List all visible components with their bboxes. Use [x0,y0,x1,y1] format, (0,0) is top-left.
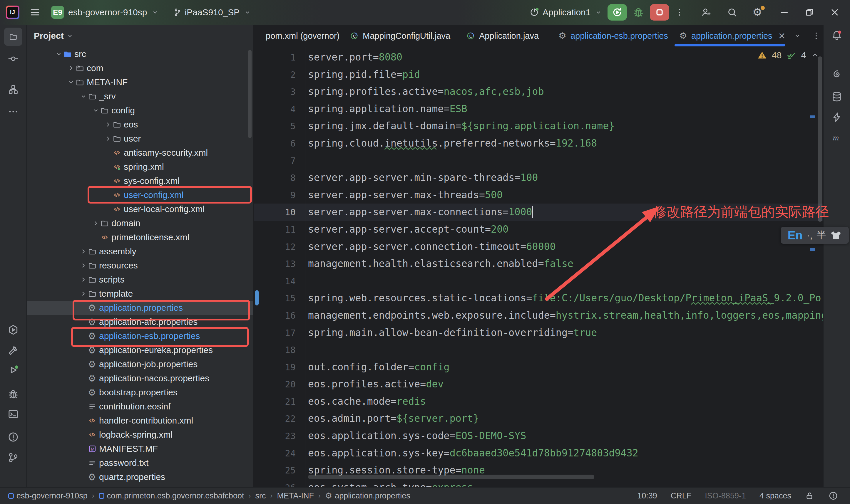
tree-item-assembly[interactable]: assembly [27,245,253,258]
tree-item-quartz-properties[interactable]: ⚙quartz.properties [27,470,253,484]
plugin-icon[interactable] [828,108,846,126]
tree-item-primetonlicense-xml[interactable]: primetonlicense.xml [27,230,253,245]
project-selector[interactable]: esb-governor-910sp [68,7,159,17]
tree-item-resources[interactable]: resources [27,258,253,273]
breadcrumb-item[interactable]: META-INF [277,491,314,501]
code-line-18[interactable]: 18 [254,341,823,359]
hidden-tabs-chevron-icon[interactable] [794,25,801,47]
code-line-17[interactable]: 17spring.main.allow-bean-definition-over… [254,324,823,342]
code-line-2[interactable]: 2spring.pid.file=pid [254,66,823,84]
tree-item-user[interactable]: user [27,131,253,146]
error-stripe-mark[interactable] [810,115,815,118]
problems-icon[interactable] [4,428,22,446]
tree-item-sys-config-xml[interactable]: sys-config.xml [27,174,253,188]
code-line-22[interactable]: 22eos.admin.port=${server.port} [254,410,823,427]
code-line-20[interactable]: 20eos.profiles.active=dev [254,376,823,393]
close-tab-icon[interactable]: ✕ [778,31,786,41]
run-icon[interactable] [4,361,22,379]
tree-item--srv[interactable]: _srv [27,89,253,103]
close-button[interactable] [829,7,840,18]
tree-item-logback-spring-xml[interactable]: logback-spring.xml [27,428,253,442]
tree-item-user-local-config-xml[interactable]: user-local-config.xml [27,202,253,216]
chevron-right-icon[interactable] [79,276,88,284]
chevron-down-icon[interactable] [67,78,75,86]
chevron-down-icon[interactable] [91,107,100,114]
tab-application-esb-properties[interactable]: ⚙application-esb.properties [558,25,668,47]
tab-mappingconfigutil-java[interactable]: CMappingConfigUtil.java [350,25,450,47]
tab-pom-xml-governor-[interactable]: pom.xml (governor) [266,25,340,47]
error-stripe-mark[interactable] [810,248,815,251]
chevron-right-icon[interactable] [79,248,88,255]
tree-item-bootstrap-properties[interactable]: ⚙bootstrap.properties [27,385,253,399]
unlocked-padlock-icon[interactable] [805,491,815,501]
tree-item-user-config-xml[interactable]: user-config.xml [27,188,253,202]
editor-pane[interactable]: 1server.port=80802spring.pid.file=pid3sp… [254,47,823,488]
chevron-right-icon[interactable] [79,290,88,298]
debug-icon[interactable] [4,385,22,403]
breadcrumb-item[interactable]: ⚙application.properties [325,491,410,501]
chevron-right-icon[interactable] [91,219,100,227]
tree-item-contribution-eosinf[interactable]: contribution.eosinf [27,399,253,414]
tab-application-java[interactable]: CApplication.java [466,25,539,47]
code-line-26[interactable]: 26eos.system-arch-type=express [254,479,823,488]
editor-vertical-scrollbar[interactable] [818,56,822,222]
code-line-6[interactable]: 6spring.cloud.inetutils.preferred-networ… [254,135,823,152]
editor-horizontal-scrollbar[interactable] [308,475,594,479]
chevron-down-icon[interactable] [54,50,63,58]
tree-item-application-job-properties[interactable]: ⚙application-job.properties [27,357,253,371]
build-icon[interactable] [4,342,22,360]
tree-item-meta-inf[interactable]: META-INF [27,75,253,89]
chevron-right-icon[interactable] [79,262,88,269]
tree-item-spring-xml[interactable]: spring.xml [27,160,253,174]
main-menu-icon[interactable] [29,7,40,18]
previous-highlight-chevron-icon[interactable] [811,51,819,60]
caret-position[interactable]: 10:39 [637,491,657,501]
more-icon[interactable] [4,103,22,121]
code-line-12[interactable]: 12server.app-server.connection-timeout=6… [254,238,823,255]
code-line-13[interactable]: 13management.health.elasticsearch.enable… [254,255,823,273]
code-line-21[interactable]: 21eos.cache.mode=redis [254,393,823,410]
tree-item-config[interactable]: config [27,103,253,118]
restore-button[interactable] [804,7,815,18]
tree-item-antisamy-security-xml[interactable]: antisamy-security.xml [27,146,253,160]
chevron-right-icon[interactable] [104,121,112,128]
tree-item-scripts[interactable]: scripts [27,273,253,287]
inspections-widget[interactable]: 48 4 [757,49,823,62]
code-line-11[interactable]: 11server.app-server.accept-count=200 [254,221,823,238]
tree-item-handler-contribution-xml[interactable]: handler-contribution.xml [27,414,253,428]
tree-item-manifest-mf[interactable]: MMANIFEST.MF [27,442,253,456]
tree-item-application-afc-properties[interactable]: ⚙application-afc.properties [27,315,253,329]
code-line-19[interactable]: 19out.config.folder=config [254,359,823,376]
project-panel-header[interactable]: Project [27,25,253,47]
tree-item-domain[interactable]: domain [27,216,253,230]
tree-item-password-txt[interactable]: password.txt [27,456,253,470]
branch-selector[interactable]: iPaaS910_SP [173,7,251,17]
code-line-8[interactable]: 8server.app-server.min-spare-threads=100 [254,169,823,186]
file-encoding[interactable]: ISO-8859-1 [705,491,746,501]
chevron-right-icon[interactable] [67,64,75,72]
more-actions-icon[interactable] [675,7,684,17]
tree-item-eos[interactable]: eos [27,118,253,131]
stop-button[interactable] [650,4,669,21]
services-icon[interactable] [4,321,22,339]
debug-button[interactable] [632,6,645,18]
tree-scrollbar[interactable] [248,50,251,138]
line-ending[interactable]: CRLF [671,491,692,501]
notifications-icon[interactable] [828,26,846,44]
search-everywhere-icon[interactable] [727,7,738,18]
settings-gear-icon[interactable]: ⚙ [752,6,764,18]
database-icon[interactable] [828,88,846,106]
chevron-down-icon[interactable] [79,92,88,100]
code-line-15[interactable]: 15spring.web.resources.static-locations=… [254,290,823,307]
maven-icon[interactable]: m [828,129,846,147]
tree-item-application-nacos-properties[interactable]: ⚙application-nacos.properties [27,371,253,385]
add-user-icon[interactable] [701,7,712,18]
breadcrumb-item[interactable]: com.primeton.esb.governor.esbafcboot [99,491,244,501]
code-line-16[interactable]: 16management.endpoints.web.exposure.incl… [254,307,823,324]
indent-setting[interactable]: 4 spaces [760,491,791,501]
breadcrumb-item[interactable]: src [255,491,266,501]
breadcrumb-item[interactable]: esb-governor-910sp [8,491,88,501]
chevron-right-icon[interactable] [104,135,112,142]
minimize-button[interactable] [779,7,790,18]
tree-item-application-esb-properties[interactable]: ⚙application-esb.properties [27,329,253,343]
